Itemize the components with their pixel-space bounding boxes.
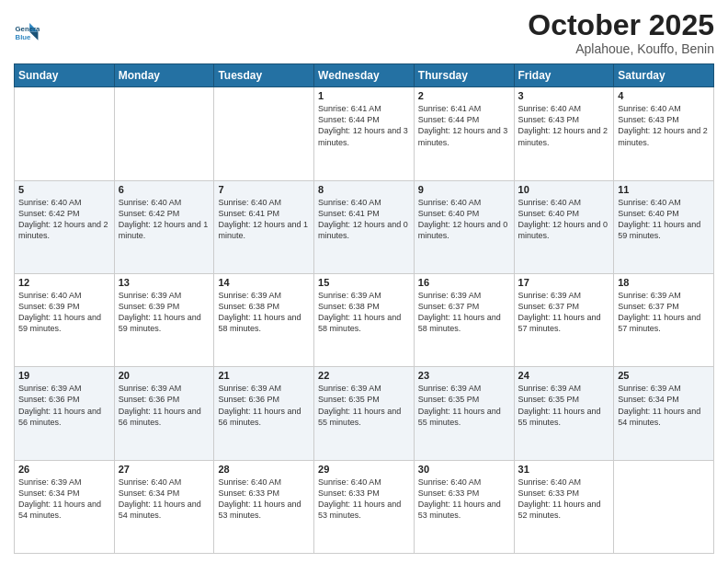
day-info: Sunrise: 6:40 AM Sunset: 6:43 PM Dayligh… [618,103,710,148]
day-info: Sunrise: 6:40 AM Sunset: 6:33 PM Dayligh… [418,477,510,522]
day-info: Sunrise: 6:39 AM Sunset: 6:36 PM Dayligh… [18,383,110,428]
location-title: Aplahoue, Kouffo, Benin [528,41,714,56]
day-number: 23 [418,370,510,381]
calendar-cell: 19Sunrise: 6:39 AM Sunset: 6:36 PM Dayli… [15,367,115,460]
calendar-cell: 27Sunrise: 6:40 AM Sunset: 6:34 PM Dayli… [114,460,214,553]
day-info: Sunrise: 6:40 AM Sunset: 6:42 PM Dayligh… [119,197,210,242]
calendar-cell: 17Sunrise: 6:39 AM Sunset: 6:37 PM Dayli… [514,273,614,366]
calendar-cell: 25Sunrise: 6:39 AM Sunset: 6:34 PM Dayli… [614,367,714,460]
day-number: 6 [119,184,210,195]
day-number: 24 [518,370,610,381]
day-info: Sunrise: 6:39 AM Sunset: 6:39 PM Dayligh… [119,290,210,335]
svg-text:General: General [16,24,40,32]
weekday-header-sunday: Sunday [15,64,115,87]
calendar-cell: 12Sunrise: 6:40 AM Sunset: 6:39 PM Dayli… [15,273,115,366]
calendar-cell: 15Sunrise: 6:39 AM Sunset: 6:38 PM Dayli… [314,273,415,366]
calendar-cell: 31Sunrise: 6:40 AM Sunset: 6:33 PM Dayli… [514,460,614,553]
day-info: Sunrise: 6:39 AM Sunset: 6:37 PM Dayligh… [518,290,610,335]
calendar-cell: 3Sunrise: 6:40 AM Sunset: 6:43 PM Daylig… [514,87,614,180]
calendar-cell [214,87,314,180]
week-row-3: 12Sunrise: 6:40 AM Sunset: 6:39 PM Dayli… [15,273,714,366]
calendar-cell: 11Sunrise: 6:40 AM Sunset: 6:40 PM Dayli… [614,180,714,273]
calendar-cell: 20Sunrise: 6:39 AM Sunset: 6:36 PM Dayli… [114,367,214,460]
day-number: 15 [318,277,410,288]
day-number: 3 [518,90,610,101]
calendar-cell [15,87,115,180]
day-number: 22 [318,370,410,381]
day-info: Sunrise: 6:40 AM Sunset: 6:41 PM Dayligh… [318,197,410,242]
calendar-cell: 5Sunrise: 6:40 AM Sunset: 6:42 PM Daylig… [15,180,115,273]
weekday-header-wednesday: Wednesday [314,64,415,87]
calendar-cell: 6Sunrise: 6:40 AM Sunset: 6:42 PM Daylig… [114,180,214,273]
day-info: Sunrise: 6:40 AM Sunset: 6:34 PM Dayligh… [119,477,210,522]
day-info: Sunrise: 6:40 AM Sunset: 6:41 PM Dayligh… [218,197,310,242]
svg-text:Blue: Blue [16,33,32,41]
day-info: Sunrise: 6:40 AM Sunset: 6:39 PM Dayligh… [18,290,110,335]
week-row-5: 26Sunrise: 6:39 AM Sunset: 6:34 PM Dayli… [15,460,714,553]
week-row-4: 19Sunrise: 6:39 AM Sunset: 6:36 PM Dayli… [15,367,714,460]
day-number: 2 [418,90,510,101]
month-title: October 2025 [528,9,714,41]
day-info: Sunrise: 6:40 AM Sunset: 6:40 PM Dayligh… [518,197,610,242]
calendar-cell [114,87,214,180]
day-number: 19 [18,370,110,381]
day-info: Sunrise: 6:40 AM Sunset: 6:40 PM Dayligh… [418,197,510,242]
day-info: Sunrise: 6:41 AM Sunset: 6:44 PM Dayligh… [318,103,410,148]
calendar-cell: 8Sunrise: 6:40 AM Sunset: 6:41 PM Daylig… [314,180,415,273]
calendar-cell: 28Sunrise: 6:40 AM Sunset: 6:33 PM Dayli… [214,460,314,553]
day-number: 8 [318,184,410,195]
day-number: 21 [218,370,310,381]
calendar-cell: 7Sunrise: 6:40 AM Sunset: 6:41 PM Daylig… [214,180,314,273]
day-info: Sunrise: 6:40 AM Sunset: 6:33 PM Dayligh… [518,477,610,522]
day-number: 28 [218,464,310,475]
day-info: Sunrise: 6:39 AM Sunset: 6:36 PM Dayligh… [119,383,210,428]
header: General Blue October 2025 Aplahoue, Kouf… [14,9,714,56]
day-number: 7 [218,184,310,195]
weekday-header-saturday: Saturday [614,64,714,87]
calendar-cell: 21Sunrise: 6:39 AM Sunset: 6:36 PM Dayli… [214,367,314,460]
day-info: Sunrise: 6:39 AM Sunset: 6:38 PM Dayligh… [318,290,410,335]
day-info: Sunrise: 6:39 AM Sunset: 6:38 PM Dayligh… [218,290,310,335]
calendar-cell: 13Sunrise: 6:39 AM Sunset: 6:39 PM Dayli… [114,273,214,366]
day-number: 10 [518,184,610,195]
weekday-header-tuesday: Tuesday [214,64,314,87]
day-number: 9 [418,184,510,195]
calendar-cell: 29Sunrise: 6:40 AM Sunset: 6:33 PM Dayli… [314,460,415,553]
day-info: Sunrise: 6:39 AM Sunset: 6:36 PM Dayligh… [218,383,310,428]
day-number: 14 [218,277,310,288]
weekday-header-friday: Friday [514,64,614,87]
page: General Blue October 2025 Aplahoue, Kouf… [0,0,728,563]
title-block: October 2025 Aplahoue, Kouffo, Benin [528,9,714,56]
weekday-header-thursday: Thursday [414,64,514,87]
weekday-header-row: SundayMondayTuesdayWednesdayThursdayFrid… [15,64,714,87]
day-number: 31 [518,464,610,475]
day-info: Sunrise: 6:39 AM Sunset: 6:34 PM Dayligh… [18,477,110,522]
day-number: 25 [618,370,710,381]
day-info: Sunrise: 6:39 AM Sunset: 6:35 PM Dayligh… [418,383,510,428]
day-info: Sunrise: 6:39 AM Sunset: 6:37 PM Dayligh… [418,290,510,335]
day-number: 27 [119,464,210,475]
day-info: Sunrise: 6:40 AM Sunset: 6:40 PM Dayligh… [618,197,710,242]
week-row-2: 5Sunrise: 6:40 AM Sunset: 6:42 PM Daylig… [15,180,714,273]
calendar-table: SundayMondayTuesdayWednesdayThursdayFrid… [14,63,714,554]
calendar-cell: 23Sunrise: 6:39 AM Sunset: 6:35 PM Dayli… [414,367,514,460]
calendar-cell: 16Sunrise: 6:39 AM Sunset: 6:37 PM Dayli… [414,273,514,366]
day-info: Sunrise: 6:40 AM Sunset: 6:43 PM Dayligh… [518,103,610,148]
calendar-cell: 14Sunrise: 6:39 AM Sunset: 6:38 PM Dayli… [214,273,314,366]
calendar-cell: 9Sunrise: 6:40 AM Sunset: 6:40 PM Daylig… [414,180,514,273]
calendar-cell: 1Sunrise: 6:41 AM Sunset: 6:44 PM Daylig… [314,87,415,180]
calendar-cell: 10Sunrise: 6:40 AM Sunset: 6:40 PM Dayli… [514,180,614,273]
week-row-1: 1Sunrise: 6:41 AM Sunset: 6:44 PM Daylig… [15,87,714,180]
day-info: Sunrise: 6:40 AM Sunset: 6:42 PM Dayligh… [18,197,110,242]
day-number: 30 [418,464,510,475]
day-number: 12 [18,277,110,288]
logo: General Blue [14,20,40,46]
calendar-cell: 22Sunrise: 6:39 AM Sunset: 6:35 PM Dayli… [314,367,415,460]
calendar-cell [614,460,714,553]
day-info: Sunrise: 6:39 AM Sunset: 6:37 PM Dayligh… [618,290,710,335]
logo-icon: General Blue [14,20,40,46]
weekday-header-monday: Monday [114,64,214,87]
day-number: 5 [18,184,110,195]
day-number: 4 [618,90,710,101]
day-info: Sunrise: 6:40 AM Sunset: 6:33 PM Dayligh… [218,477,310,522]
